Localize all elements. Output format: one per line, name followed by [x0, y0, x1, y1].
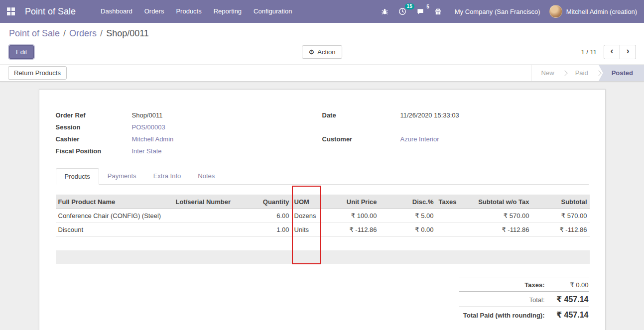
- messages-chat-icon[interactable]: 5: [411, 0, 429, 23]
- col-header-unit-price[interactable]: Unit Price: [321, 195, 380, 209]
- content-area: Order Ref Shop/0011 Session POS/00003 Ca…: [0, 82, 644, 330]
- cell-discount: ₹ 0.00: [380, 223, 436, 237]
- order-ref-value: Shop/0011: [132, 110, 163, 121]
- col-header-full-product-name[interactable]: Full Product Name: [56, 195, 173, 209]
- breadcrumb-point-of-sale[interactable]: Point of Sale: [9, 28, 60, 38]
- col-header-subtotal-wo-tax[interactable]: Subtotal w/o Tax: [465, 195, 532, 209]
- systray: 15 5 My Company (San Francisco) Mitchell…: [376, 0, 644, 23]
- tab-payments[interactable]: Payments: [99, 168, 145, 184]
- field-label: Cashier: [56, 133, 132, 145]
- tab-extra-info[interactable]: Extra Info: [145, 168, 190, 184]
- cell-subtotal: ₹ -112.86: [532, 223, 590, 237]
- customer-link[interactable]: Azure Interior: [400, 133, 439, 145]
- status-step-paid[interactable]: Paid: [567, 65, 596, 82]
- tab-notes[interactable]: Notes: [189, 168, 223, 184]
- total-label: Total:: [529, 296, 544, 304]
- menu-configuration[interactable]: Configuration: [248, 0, 298, 23]
- user-menu[interactable]: Mitchell Admin (creation): [566, 8, 637, 15]
- step-chevron-icon: [562, 70, 567, 76]
- menu-products[interactable]: Products: [170, 0, 207, 23]
- session-link[interactable]: POS/00003: [132, 121, 165, 133]
- chevron-right-icon: ›: [627, 46, 630, 56]
- activities-clock-icon[interactable]: 15: [393, 0, 411, 23]
- table-header-row: Full Product Name Lot/serial Number Quan…: [56, 195, 590, 209]
- form-sheet: Order Ref Shop/0011 Session POS/00003 Ca…: [39, 89, 606, 330]
- cell-lot-serial: [173, 209, 241, 223]
- menu-orders[interactable]: Orders: [138, 0, 170, 23]
- breadcrumb-separator: /: [100, 28, 103, 38]
- control-panel: Point of Sale/Orders/Shop/0011 Edit ⚙ Ac…: [0, 23, 644, 64]
- left-field-group: Order Ref Shop/0011 Session POS/00003 Ca…: [56, 110, 322, 157]
- menu-reporting[interactable]: Reporting: [208, 0, 248, 23]
- company-switcher[interactable]: My Company (San Francisco): [447, 8, 546, 15]
- form-statusbar: Return Products New Paid Posted: [0, 64, 644, 82]
- menu-dashboard[interactable]: Dashboard: [95, 0, 138, 23]
- taxes-label: Taxes:: [524, 281, 544, 289]
- fiscal-position-link[interactable]: Inter State: [132, 145, 162, 157]
- field-label: Fiscal Position: [56, 145, 132, 157]
- gear-icon: ⚙: [309, 49, 315, 55]
- field-cashier: Cashier Mitchell Admin: [56, 133, 322, 145]
- field-label: Session: [56, 121, 132, 133]
- top-navbar: Point of Sale Dashboard Orders Products …: [0, 0, 644, 23]
- cell-subtotal-wo-tax: ₹ -112.86: [465, 223, 532, 237]
- return-products-button[interactable]: Return Products: [8, 66, 67, 80]
- taxes-value: ₹ 0.00: [545, 281, 589, 289]
- tab-products[interactable]: Products: [56, 168, 99, 185]
- order-line-row[interactable]: Discount 1.00 Units ₹ -112.86 ₹ 0.00 ₹ -…: [56, 223, 590, 237]
- empty-row: [56, 237, 590, 251]
- app-name[interactable]: Point of Sale: [25, 6, 76, 17]
- cell-taxes: [436, 209, 465, 223]
- field-session: Session POS/00003: [56, 121, 322, 133]
- col-header-lot-serial[interactable]: Lot/serial Number: [173, 195, 241, 209]
- field-fiscal-position: Fiscal Position Inter State: [56, 145, 322, 157]
- empty-row-shaded: [56, 250, 590, 264]
- date-value: 11/26/2020 15:33:03: [400, 110, 459, 121]
- chevron-left-icon: ‹: [611, 46, 614, 56]
- total-value: ₹ 457.14: [545, 295, 589, 304]
- cell-uom: Units: [292, 223, 321, 237]
- pager-previous-button[interactable]: ‹: [604, 45, 620, 59]
- step-chevron-icon: [596, 70, 601, 76]
- cell-uom: Dozens: [292, 209, 321, 223]
- notebook-tabs: Products Payments Extra Info Notes: [56, 168, 589, 185]
- col-header-subtotal[interactable]: Subtotal: [532, 195, 590, 209]
- cell-subtotal-wo-tax: ₹ 570.00: [465, 209, 532, 223]
- pager-next-button[interactable]: ›: [620, 45, 636, 59]
- cashier-link[interactable]: Mitchell Admin: [132, 133, 174, 145]
- status-step-posted[interactable]: Posted: [599, 65, 644, 81]
- order-line-row[interactable]: Conference Chair (CONFIG) (Steel) 6.00 D…: [56, 209, 590, 223]
- order-lines-table-wrap: Full Product Name Lot/serial Number Quan…: [56, 195, 589, 264]
- debug-bug-icon[interactable]: [376, 0, 393, 23]
- status-step-new[interactable]: New: [533, 65, 562, 82]
- total-paid-value: ₹ 457.14: [545, 310, 589, 320]
- field-label: Date: [322, 110, 400, 121]
- control-panel-buttons: Edit ⚙ Action 1 / 11 ‹ ›: [8, 44, 636, 59]
- col-header-uom[interactable]: UOM: [292, 195, 321, 209]
- breadcrumb-orders[interactable]: Orders: [69, 28, 97, 38]
- statusbar-steps: New Paid Posted: [531, 65, 644, 81]
- cell-product-name: Conference Chair (CONFIG) (Steel): [56, 209, 173, 223]
- cell-product-name: Discount: [56, 223, 173, 237]
- taxes-total-row: Taxes: ₹ 0.00: [459, 278, 589, 291]
- field-label: Order Ref: [56, 110, 132, 121]
- totals-section: Taxes: ₹ 0.00 Total: ₹ 457.14 Total Paid…: [459, 278, 589, 322]
- cell-taxes: [436, 223, 465, 237]
- col-header-taxes[interactable]: Taxes: [436, 195, 465, 209]
- user-avatar[interactable]: [549, 5, 562, 18]
- total-paid-label: Total Paid (with rounding):: [463, 312, 545, 319]
- pager-counter: 1 / 11: [581, 48, 597, 56]
- col-header-quantity[interactable]: Quantity: [241, 195, 292, 209]
- action-button[interactable]: ⚙ Action: [302, 45, 343, 59]
- gift-icon[interactable]: [429, 0, 447, 23]
- field-customer: Customer Azure Interior: [322, 133, 589, 145]
- cell-quantity: 1.00: [241, 223, 292, 237]
- col-header-discount[interactable]: Disc.%: [380, 195, 436, 209]
- breadcrumb: Point of Sale/Orders/Shop/0011: [9, 28, 636, 39]
- apps-menu-icon[interactable]: [7, 7, 15, 15]
- breadcrumb-current: Shop/0011: [106, 28, 149, 38]
- pager: 1 / 11 ‹ ›: [581, 45, 636, 59]
- cell-subtotal: ₹ 570.00: [532, 209, 590, 223]
- edit-button[interactable]: Edit: [9, 45, 34, 59]
- field-order-ref: Order Ref Shop/0011: [56, 110, 322, 121]
